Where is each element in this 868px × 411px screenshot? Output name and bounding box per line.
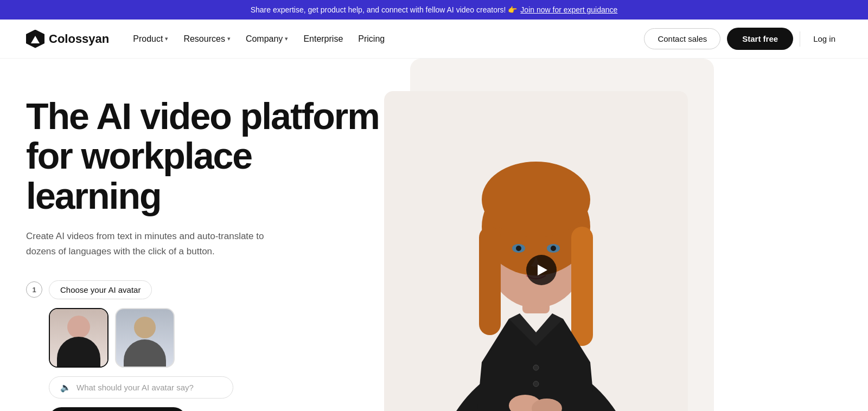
announcement-text: Share expertise, get product help, and c… <box>251 5 518 14</box>
steps-widget: 1 Choose your AI avatar 🔈 What should yo… <box>26 280 276 411</box>
step-1-number: 1 <box>26 281 42 298</box>
hero-person <box>384 91 688 411</box>
logo-icon-shape <box>31 36 40 43</box>
chevron-down-icon: ▾ <box>165 35 168 42</box>
header: Colossyan Product ▾ Resources ▾ Company … <box>0 20 868 59</box>
start-free-button[interactable]: Start free <box>727 28 793 50</box>
announcement-link[interactable]: Join now for expert guidance <box>520 5 617 14</box>
contact-sales-button[interactable]: Contact sales <box>644 28 720 49</box>
step-1-row: 1 Choose your AI avatar <box>26 280 276 299</box>
nav-enterprise-label: Enterprise <box>303 34 343 44</box>
nav-product-label: Product <box>133 34 163 44</box>
logo[interactable]: Colossyan <box>26 30 109 48</box>
nav-resources-label: Resources <box>183 34 225 44</box>
svg-point-11 <box>551 246 556 251</box>
hero-left: The AI video platform for workplace lear… <box>26 91 395 411</box>
chevron-down-icon: ▾ <box>285 35 288 42</box>
hero-title: The AI video platform for workplace lear… <box>26 97 395 216</box>
svg-point-15 <box>533 381 539 387</box>
svg-point-14 <box>533 365 539 370</box>
step-2-input-row[interactable]: 🔈 What should your AI avatar say? <box>49 376 233 399</box>
announcement-bar: Share expertise, get product help, and c… <box>0 0 868 20</box>
nav-item-pricing[interactable]: Pricing <box>352 30 391 48</box>
svg-rect-6 <box>571 227 593 346</box>
nav-divider <box>800 31 800 47</box>
generate-button[interactable]: ↗ Generate your AI video <box>49 407 186 411</box>
nav-company-label: Company <box>246 34 283 44</box>
step-2-placeholder: What should your AI avatar say? <box>76 383 194 392</box>
nav-item-enterprise[interactable]: Enterprise <box>297 30 349 48</box>
nav-links: Product ▾ Resources ▾ Company ▾ Enterpri… <box>126 30 391 48</box>
speaker-icon: 🔈 <box>60 382 71 393</box>
avatar-female-image <box>50 309 107 367</box>
svg-point-10 <box>516 246 521 251</box>
login-button[interactable]: Log in <box>807 30 842 48</box>
avatar-card-female[interactable] <box>49 308 108 368</box>
avatar-male-image <box>116 309 174 367</box>
svg-point-7 <box>482 162 590 237</box>
hero-subtitle: Create AI videos from text in minutes an… <box>26 229 276 258</box>
nav-pricing-label: Pricing <box>358 34 385 44</box>
play-button[interactable] <box>526 255 557 285</box>
hero-person-svg <box>384 91 688 411</box>
nav-item-company[interactable]: Company ▾ <box>239 30 295 48</box>
play-icon <box>538 265 547 275</box>
logo-icon <box>26 30 44 48</box>
avatar-card-male[interactable] <box>115 308 175 368</box>
hero-section: The AI video platform for workplace lear… <box>0 59 868 411</box>
logo-text: Colossyan <box>49 32 109 46</box>
chevron-down-icon: ▾ <box>227 35 231 42</box>
svg-rect-5 <box>479 227 501 335</box>
hero-right <box>395 91 688 411</box>
nav-item-product[interactable]: Product ▾ <box>126 30 175 48</box>
step-1-label: Choose your AI avatar <box>49 280 152 299</box>
nav-item-resources[interactable]: Resources ▾ <box>177 30 237 48</box>
nav-right: Contact sales Start free Log in <box>644 28 842 50</box>
nav-left: Colossyan Product ▾ Resources ▾ Company … <box>26 30 391 48</box>
avatars-row <box>49 308 276 368</box>
